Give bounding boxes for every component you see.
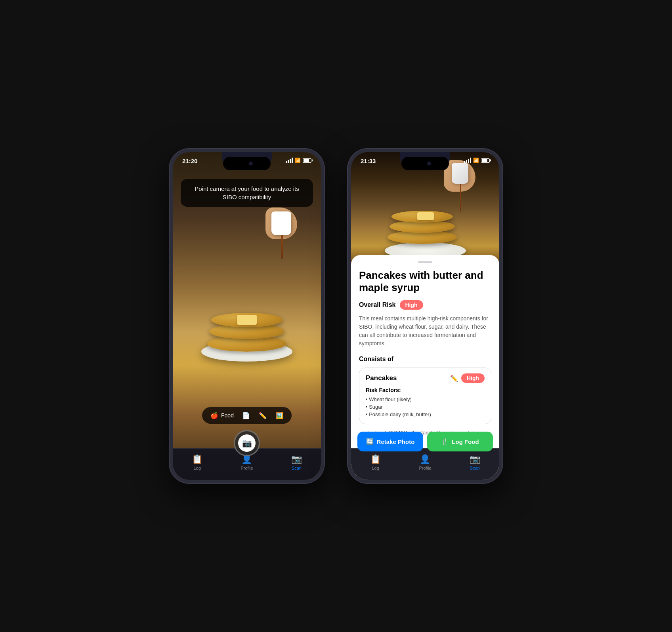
dynamic-island-right (401, 157, 449, 170)
edit-icon[interactable]: ✏️ (450, 375, 458, 382)
bullet-2: • (366, 404, 369, 410)
food-card-pancakes: Pancakes ✏️ High Risk Factors: • Wheat f… (359, 367, 491, 424)
log-nav-label: Log (193, 466, 200, 470)
edit-mode-icon: ✏️ (258, 411, 267, 420)
log-icon: 🍴 (441, 438, 449, 445)
gallery-mode-icon: 🖼️ (275, 411, 284, 420)
food-mode-icon: 🍎 (210, 411, 219, 420)
status-icons: 📶 (286, 158, 311, 163)
overall-risk-label: Overall Risk (359, 301, 396, 308)
overall-risk-row: Overall Risk High (359, 300, 491, 310)
food-card-header: Pancakes ✏️ High (366, 373, 485, 383)
sheet-handle (418, 261, 432, 263)
nav-profile-right[interactable]: 👤 Profile (419, 454, 431, 470)
battery-icon (303, 158, 311, 163)
camera-indicator (249, 162, 253, 166)
battery-icon-right (481, 158, 490, 163)
food-card-risk-badge: High (461, 373, 485, 383)
dynamic-island (223, 157, 271, 170)
left-phone: 21:20 📶 Point camera at your food to ana… (170, 149, 324, 483)
camera-icon: 📷 (242, 438, 252, 448)
risk-factor-text-3: Possible dairy (milk, butter) (369, 411, 431, 417)
bullet-3: • (366, 411, 369, 417)
camera-hint-text: Point camera at your food to analyze its… (195, 185, 299, 200)
risk-badge: High (400, 300, 423, 310)
document-mode-icon: 📄 (242, 411, 250, 420)
scan-nav-icon-right: 📷 (470, 454, 480, 464)
camera-indicator-right (427, 162, 431, 166)
food-card-name: Pancakes (366, 374, 397, 382)
food-title: Pancakes with butter and maple syrup (359, 269, 491, 294)
capture-inner-circle: 📷 (238, 434, 256, 452)
wifi-icon-right: 📶 (473, 158, 479, 163)
log-nav-icon-right: 📋 (370, 454, 381, 464)
camera-hint-bubble: Point camera at your food to analyze its… (181, 179, 313, 207)
signal-icon (286, 158, 293, 163)
pancake-scene (173, 184, 321, 432)
mode-food[interactable]: 🍎 Food (210, 411, 234, 420)
profile-nav-label: Profile (241, 466, 253, 470)
mode-selector[interactable]: 🍎 Food 📄 ✏️ 🖼️ (202, 407, 292, 424)
nav-scan-right[interactable]: 📷 Scan (470, 454, 480, 470)
retake-icon: 🔄 (366, 438, 374, 445)
risk-description: This meal contains multiple high-risk co… (359, 314, 491, 348)
mode-document[interactable]: 📄 (242, 411, 250, 420)
risk-factor-2: • Sugar (366, 403, 485, 411)
risk-factor-3: • Possible dairy (milk, butter) (366, 411, 485, 418)
retake-photo-button[interactable]: 🔄 Retake Photo (357, 432, 423, 451)
consists-of-label: Consists of (359, 356, 491, 363)
status-time: 21:20 (182, 158, 197, 164)
nav-scan[interactable]: 📷 Scan (291, 454, 302, 470)
risk-factor-text-1: Wheat flour (likely) (369, 396, 412, 402)
signal-icon-right (464, 158, 471, 163)
camera-toolbar: 🍎 Food 📄 ✏️ 🖼️ 📷 (173, 407, 321, 456)
mode-food-label: Food (221, 412, 234, 419)
nav-log-right[interactable]: 📋 Log (370, 454, 381, 470)
nav-profile[interactable]: 👤 Profile (241, 454, 253, 470)
log-btn-label: Log Food (452, 438, 479, 445)
bottom-navigation-right: 📋 Log 👤 Profile 📷 Scan (351, 448, 499, 480)
profile-nav-label-right: Profile (419, 466, 431, 470)
butter (237, 315, 257, 325)
log-nav-label-right: Log (372, 466, 379, 470)
risk-factor-text-2: Sugar (369, 404, 383, 410)
mode-edit[interactable]: ✏️ (258, 411, 267, 420)
nav-log[interactable]: 📋 Log (192, 454, 202, 470)
risk-factor-1: • Wheat flour (likely) (366, 396, 485, 403)
scan-nav-label-right: Scan (470, 466, 480, 470)
status-icons-right: 📶 (464, 158, 490, 163)
status-time-right: 21:33 (361, 158, 376, 164)
wifi-icon: 📶 (295, 158, 301, 163)
bullet-1: • (366, 396, 369, 402)
profile-nav-icon-right: 👤 (420, 454, 430, 464)
food-card-actions: ✏️ High (450, 373, 485, 383)
log-food-button[interactable]: 🍴 Log Food (427, 432, 493, 451)
bottom-actions: 🔄 Retake Photo 🍴 Log Food (351, 432, 499, 451)
right-phone: 21:33 📶 (348, 149, 502, 483)
retake-btn-label: Retake Photo (377, 438, 415, 445)
mode-gallery[interactable]: 🖼️ (275, 411, 284, 420)
risk-factors-label: Risk Factors: (366, 387, 485, 393)
capture-button[interactable]: 📷 (234, 430, 260, 456)
scan-nav-label: Scan (292, 466, 302, 470)
